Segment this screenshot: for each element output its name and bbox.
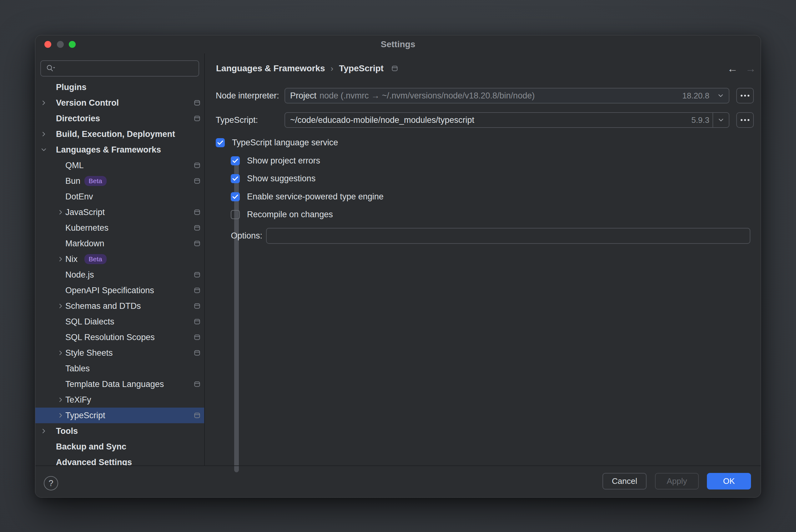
chevron-right-icon[interactable] (57, 349, 64, 356)
checkbox-label: Enable service-powered type engine (247, 192, 384, 202)
back-arrow-button[interactable]: ← (725, 62, 740, 75)
sidebar-item-label: Markdown (65, 239, 105, 248)
sidebar-item-node-js[interactable]: Node.js (35, 267, 204, 283)
ellipsis-icon (740, 119, 750, 121)
zoom-button[interactable] (69, 41, 76, 48)
checkbox[interactable] (216, 138, 225, 147)
beta-badge: Beta (84, 176, 107, 186)
sidebar-item-advanced-settings[interactable]: Advanced Settings (35, 455, 204, 466)
settings-pane-icon (194, 100, 200, 106)
sidebar-item-label: Style Sheets (65, 348, 113, 358)
sidebar-item-label: Bun (65, 176, 80, 186)
checkbox-row-recompile-on-changes[interactable]: Recompile on changes (231, 208, 333, 221)
sidebar-item-label: DotEnv (65, 192, 93, 202)
sidebar-item-label: Backup and Sync (56, 442, 126, 452)
sidebar-item-typescript[interactable]: TypeScript (35, 407, 204, 423)
chevron-right-icon[interactable] (57, 209, 64, 216)
checkbox-row-enable-service-powered-type-engine[interactable]: Enable service-powered type engine (231, 190, 384, 204)
chevron-down-icon[interactable] (713, 89, 729, 103)
sidebar-item-sql-dialects[interactable]: SQL Dialects (35, 314, 204, 329)
checkbox[interactable] (231, 174, 240, 183)
sidebar-item-label: OpenAPI Specifications (65, 286, 154, 296)
settings-pane-icon (194, 116, 200, 121)
sidebar-item-tables[interactable]: Tables (35, 361, 204, 376)
breadcrumb-pane-icon-slot (392, 65, 398, 71)
sidebar-item-texify[interactable]: TeXiFy (35, 392, 204, 407)
sidebar-item-dotenv[interactable]: DotEnv (35, 189, 204, 205)
minimize-button[interactable] (57, 41, 64, 48)
sidebar-item-plugins[interactable]: Plugins (35, 79, 204, 95)
checkbox-row-typescript-language-service[interactable]: TypeScript language service (216, 136, 338, 149)
settings-window: Settings Plugins Version Control (35, 35, 761, 498)
sidebar-item-kubernetes[interactable]: Kubernetes (35, 220, 204, 236)
sidebar-item-label: SQL Resolution Scopes (65, 332, 155, 342)
checkbox[interactable] (231, 156, 240, 165)
sidebar-item-openapi-specifications[interactable]: OpenAPI Specifications (35, 283, 204, 298)
settings-pane-icon (194, 225, 200, 231)
sidebar-scrollbar-thumb[interactable] (234, 160, 239, 472)
sidebar-item-sql-resolution-scopes[interactable]: SQL Resolution Scopes (35, 329, 204, 345)
chevron-down-icon[interactable] (713, 113, 729, 127)
sidebar-item-javascript[interactable]: JavaScript (35, 205, 204, 220)
sidebar-item-template-data-languages[interactable]: Template Data Languages (35, 376, 204, 392)
node-interpreter-value: Project (290, 91, 317, 101)
sidebar-item-schemas-and-dtds[interactable]: Schemas and DTDs (35, 298, 204, 314)
typescript-browse-button[interactable] (736, 112, 754, 128)
forward-arrow-button[interactable]: → (743, 62, 758, 75)
chevron-right-icon[interactable] (57, 256, 64, 263)
sidebar-item-backup-and-sync[interactable]: Backup and Sync (35, 439, 204, 455)
settings-pane-icon (194, 335, 200, 340)
sidebar-item-languages-frameworks[interactable]: Languages & Frameworks (35, 142, 204, 157)
breadcrumb-parent[interactable]: Languages & Frameworks (216, 63, 325, 73)
node-interpreter-combobox[interactable]: Project node (.nvmrc → ~/.nvm/versions/n… (285, 88, 729, 103)
checkbox[interactable] (231, 192, 240, 201)
settings-pane-icon (194, 288, 200, 293)
help-icon: ? (49, 478, 53, 488)
chevron-down-icon[interactable] (40, 146, 47, 153)
sidebar-item-build-execution-deployment[interactable]: Build, Execution, Deployment (35, 126, 204, 142)
sidebar-item-nix[interactable]: Nix Beta (35, 251, 204, 267)
sidebar-item-bun[interactable]: Bun Beta (35, 173, 204, 189)
checkbox-row-show-suggestions[interactable]: Show suggestions (231, 172, 316, 185)
node-interpreter-label: Node interpreter: (216, 88, 279, 103)
node-interpreter-browse-button[interactable] (736, 88, 754, 103)
help-button[interactable]: ? (44, 476, 58, 490)
sidebar-item-version-control[interactable]: Version Control (35, 95, 204, 111)
checkbox-row-show-project-errors[interactable]: Show project errors (231, 154, 320, 168)
chevron-right-icon[interactable] (40, 131, 47, 137)
settings-pane-icon (194, 303, 200, 309)
sidebar-item-label: Schemas and DTDs (65, 301, 141, 311)
typescript-label: TypeScript: (216, 112, 258, 128)
apply-button[interactable]: Apply (655, 473, 699, 490)
checkbox-label: TypeScript language service (232, 138, 338, 148)
chevron-right-icon[interactable] (40, 428, 47, 435)
search-input[interactable] (57, 61, 198, 76)
ok-button[interactable]: OK (707, 473, 751, 490)
typescript-combobox[interactable]: ~/code/educado-mobile/node_modules/types… (285, 112, 729, 128)
settings-search[interactable] (40, 60, 199, 77)
sidebar-item-tools[interactable]: Tools (35, 423, 204, 439)
chevron-right-icon[interactable] (57, 396, 64, 403)
checkbox[interactable] (231, 210, 240, 219)
sidebar-item-directories[interactable]: Directories (35, 111, 204, 126)
sidebar-item-style-sheets[interactable]: Style Sheets (35, 345, 204, 361)
sidebar-item-qml[interactable]: QML (35, 157, 204, 173)
sidebar-item-label: Directories (56, 114, 100, 124)
cancel-button[interactable]: Cancel (603, 473, 647, 490)
titlebar: Settings (35, 35, 761, 54)
breadcrumb-separator: › (331, 64, 334, 73)
sidebar-item-label: Tools (56, 426, 78, 436)
settings-pane-icon (392, 65, 398, 71)
sidebar-list: Plugins Version Control Directories Buil… (35, 79, 204, 466)
chevron-right-icon[interactable] (57, 303, 64, 309)
sidebar-item-label: Nix (65, 254, 78, 264)
chevron-right-icon[interactable] (40, 99, 47, 106)
node-version-badge: 18.20.8 (682, 91, 709, 101)
sidebar-item-markdown[interactable]: Markdown (35, 236, 204, 251)
settings-pane-icon (194, 209, 200, 215)
chevron-right-icon[interactable] (57, 412, 64, 419)
options-input[interactable] (267, 228, 750, 243)
checkbox-label: Recompile on changes (247, 210, 333, 220)
sidebar-item-label: Node.js (65, 270, 94, 280)
close-button[interactable] (44, 41, 51, 48)
